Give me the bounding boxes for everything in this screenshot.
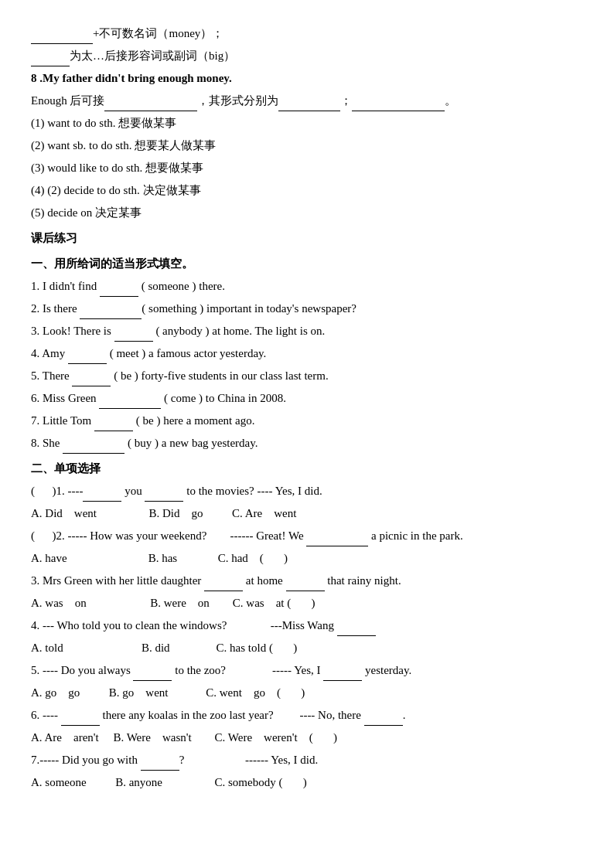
usage-1: (1) want to do sth. 想要做某事	[31, 113, 583, 134]
section1-title: 一、用所给词的适当形式填空。	[31, 254, 583, 274]
mc-q2-text: ( )2. ----- How was your weekend? ------…	[31, 526, 583, 546]
blank-mc6-2	[364, 725, 403, 726]
blank-ex1-3	[114, 341, 153, 342]
blank-ex1-8	[63, 453, 125, 454]
mc-q6-text: 6. ---- there any koalas in the zoo last…	[31, 705, 583, 726]
blank-mc7-1	[141, 770, 179, 771]
blank-ex1-5	[72, 386, 111, 386]
ex1-3: 3. Look! There is ( anybody ) at home. T…	[31, 321, 583, 342]
mc-q7-options: A. someone B. anyone C. somebody ( )	[31, 772, 583, 793]
mc-q5-options: A. go go B. go went C. went go ( )	[31, 682, 583, 703]
usage-2: (2) want sb. to do sth. 想要某人做某事	[31, 135, 583, 156]
ex1-7: 7. Little Tom ( be ) here a moment ago.	[31, 410, 583, 431]
multiple-choice-section: ( )1. ---- you to the movies? ---- Yes, …	[31, 481, 583, 793]
section2-title: 二、单项选择	[31, 458, 583, 479]
ex1-4: 4. Amy ( meet ) a famous actor yesterday…	[31, 343, 583, 364]
blank-mc1-2	[145, 501, 183, 502]
blank-5	[352, 111, 445, 111]
blank-2	[31, 66, 70, 66]
ex1-5: 5. There ( be ) forty-five students in o…	[31, 366, 583, 386]
mc-q1-options: A. Did went B. Did go C. Are went	[31, 503, 583, 524]
blank-ex1-2	[80, 318, 142, 319]
mc-q6-options: A. Are aren't B. Were wasn't C. Were wer…	[31, 727, 583, 748]
blank-mc3-1	[204, 591, 243, 591]
usage-3: (3) would like to do sth. 想要做某事	[31, 158, 583, 179]
blank-ex1-1	[100, 296, 138, 297]
mc-q3-options: A. was on B. were on C. was at ( )	[31, 593, 583, 614]
usage-4: (4) (2) decide to do sth. 决定做某事	[31, 180, 583, 201]
blank-mc5-1	[133, 680, 172, 681]
ex1-1: 1. I didn't find ( someone ) there.	[31, 276, 583, 297]
ex1-6: 6. Miss Green ( come ) to China in 2008.	[31, 388, 583, 409]
note-line-2: 为太…后接形容词或副词（big）	[31, 46, 583, 66]
after-class-title: 课后练习	[31, 228, 583, 249]
note-line-1: +不可数名词（money）；	[31, 23, 583, 44]
blank-mc5-2	[323, 680, 362, 681]
mc-q5-text: 5. ---- Do you always to the zoo? ----- …	[31, 660, 583, 681]
mc-q1-text: ( )1. ---- you to the movies? ---- Yes, …	[31, 481, 583, 502]
blank-mc2-1	[306, 546, 368, 546]
example-sentence: 8 .My father didn't bring enough money.	[31, 68, 583, 89]
worksheet-container: +不可数名词（money）； 为太…后接形容词或副词（big） 8 .My fa…	[31, 23, 583, 793]
ex1-8: 8. She ( buy ) a new bag yesterday.	[31, 433, 583, 454]
blank-3	[104, 111, 197, 111]
blank-ex1-7	[94, 431, 133, 431]
mc-q3-text: 3. Mrs Green with her little daughter at…	[31, 570, 583, 591]
blank-mc3-2	[286, 591, 325, 591]
fill-blank-section: 1. I didn't find ( someone ) there. 2. I…	[31, 276, 583, 454]
mc-q4-options: A. told B. did C. has told ( )	[31, 638, 583, 659]
mc-q7-text: 7.----- Did you go with ? ------ Yes, I …	[31, 750, 583, 771]
blank-mc4-1	[337, 635, 376, 636]
grammar-notes: +不可数名词（money）； 为太…后接形容词或副词（big） 8 .My fa…	[31, 23, 583, 223]
usage-5: (5) decide on 决定某事	[31, 203, 583, 223]
enough-note: Enough 后可接，其形式分别为；。	[31, 90, 583, 111]
blank-ex1-4	[68, 363, 107, 364]
blank-mc6-1	[61, 725, 100, 726]
blank-ex1-6	[99, 408, 161, 409]
blank-4	[278, 111, 340, 111]
blank-1	[31, 43, 93, 44]
blank-mc1-1	[83, 501, 121, 502]
mc-q2-options: A. have B. has C. had ( )	[31, 548, 583, 569]
mc-q4-text: 4. --- Who told you to clean the windows…	[31, 615, 583, 636]
ex1-2: 2. Is there ( something ) important in t…	[31, 298, 583, 319]
